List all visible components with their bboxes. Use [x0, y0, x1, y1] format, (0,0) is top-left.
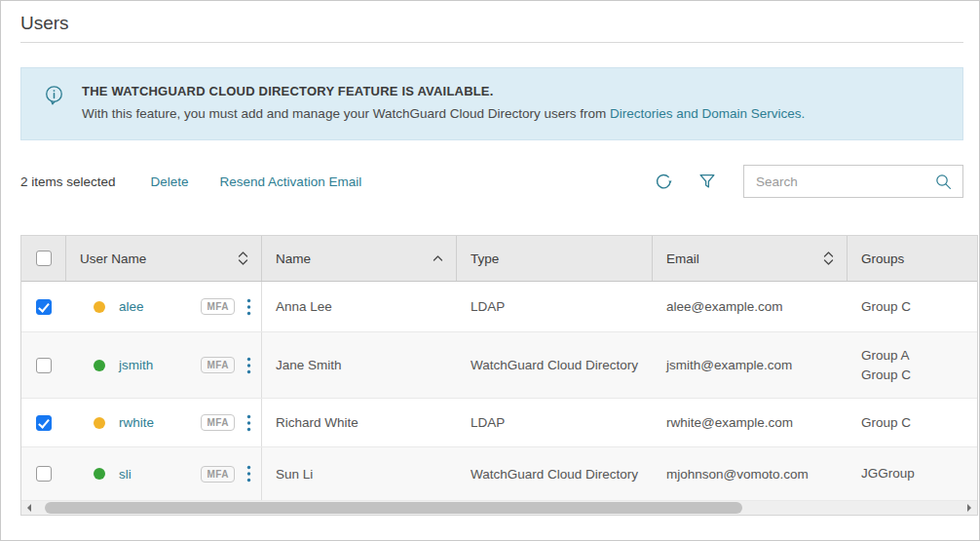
group-label: Group C	[861, 297, 911, 317]
kebab-menu-icon[interactable]	[246, 357, 251, 374]
username-link[interactable]: alee	[119, 299, 144, 314]
email-cell: jsmith@example.com	[653, 332, 848, 398]
column-header-email[interactable]: Email	[653, 236, 848, 281]
type-cell: WatchGuard Cloud Directory	[457, 332, 653, 398]
username-link[interactable]: rwhite	[119, 415, 154, 430]
sort-both-icon[interactable]	[237, 250, 249, 267]
column-header-username[interactable]: User Name	[66, 236, 262, 281]
column-header-type-label: Type	[471, 251, 499, 266]
row-checkbox[interactable]	[36, 466, 52, 482]
sort-both-icon[interactable]	[822, 250, 835, 267]
type-cell: LDAP	[457, 399, 653, 446]
refresh-icon[interactable]	[653, 171, 675, 193]
horizontal-scrollbar[interactable]	[21, 501, 977, 515]
toolbar: 2 items selected Delete Resend Activatio…	[20, 165, 963, 198]
column-header-type[interactable]: Type	[457, 236, 653, 281]
table-row: sli MFA Sun Li WatchGuard Cloud Director…	[21, 447, 977, 501]
group-label: Group A	[861, 346, 911, 366]
scroll-left-arrow[interactable]	[21, 501, 37, 515]
table-scroll-viewport: User Name Name	[21, 236, 977, 501]
mfa-badge: MFA	[201, 298, 235, 315]
row-checkbox[interactable]	[36, 415, 52, 431]
username-cell: jsmith MFA	[66, 332, 262, 398]
groups-cell: Group C	[848, 399, 977, 446]
column-header-name-label: Name	[276, 251, 311, 266]
selection-status: 2 items selected	[20, 174, 116, 189]
email-cell: rwhite@example.com	[653, 399, 848, 446]
row-checkbox-cell	[21, 399, 66, 446]
table-row: rwhite MFA Richard White LDAP rwhite@exa…	[21, 399, 977, 447]
kebab-menu-icon[interactable]	[246, 298, 251, 316]
name-cell: Anna Lee	[262, 282, 457, 331]
select-all-checkbox-cell	[21, 236, 66, 281]
group-label: JGGroup	[861, 464, 915, 483]
filter-icon[interactable]	[697, 171, 718, 192]
row-checkbox-cell	[21, 447, 66, 500]
status-dot	[94, 360, 105, 371]
mfa-badge: MFA	[201, 466, 235, 483]
name-cell: Jane Smith	[262, 332, 457, 398]
scrollbar-thumb[interactable]	[45, 502, 742, 514]
resend-activation-email-button[interactable]: Resend Activation Email	[220, 174, 362, 189]
table-header-row: User Name Name	[21, 236, 977, 282]
column-header-groups-label: Groups	[861, 251, 904, 266]
email-cell: alee@example.com	[653, 282, 848, 331]
username-link[interactable]: jsmith	[119, 358, 153, 372]
table-body: alee MFA Anna Lee LDAP alee@example.com …	[21, 282, 977, 501]
username-cell: alee MFA	[66, 282, 262, 331]
search-box	[743, 165, 963, 198]
status-dot	[94, 468, 105, 480]
group-label: Group C	[861, 366, 911, 385]
group-label: Group C	[861, 413, 911, 433]
column-header-username-label: User Name	[80, 251, 146, 266]
type-cell: LDAP	[457, 282, 653, 331]
email-cell: mjohnson@vomoto.com	[653, 447, 848, 500]
search-input[interactable]	[756, 174, 934, 189]
banner-text-body: With this feature, you must add and mana…	[82, 106, 610, 121]
info-icon	[43, 84, 65, 107]
directories-domain-services-link[interactable]: Directories and Domain Services.	[610, 106, 805, 121]
users-page: Users THE WATCHGUARD CLOUD DIRECTORY FEA…	[0, 0, 980, 541]
page-title: Users	[20, 13, 963, 43]
username-link[interactable]: sli	[119, 467, 132, 482]
column-header-email-label: Email	[666, 251, 699, 266]
delete-button[interactable]: Delete	[151, 174, 189, 189]
banner-title: THE WATCHGUARD CLOUD DIRECTORY FEATURE I…	[82, 83, 805, 99]
groups-cell: JGGroup	[848, 447, 977, 500]
row-checkbox-cell	[21, 282, 66, 331]
name-cell: Sun Li	[262, 447, 457, 500]
scroll-right-arrow[interactable]	[961, 501, 977, 515]
kebab-menu-icon[interactable]	[246, 414, 251, 432]
mfa-badge: MFA	[201, 357, 235, 373]
select-all-checkbox[interactable]	[36, 251, 52, 266]
username-cell: sli MFA	[66, 447, 262, 500]
name-cell: Richard White	[262, 399, 457, 446]
users-table: User Name Name	[20, 235, 978, 516]
mfa-badge: MFA	[201, 414, 235, 431]
groups-cell: Group C	[848, 282, 977, 331]
username-cell: rwhite MFA	[66, 399, 262, 446]
table-row: jsmith MFA Jane Smith WatchGuard Cloud D…	[21, 332, 977, 399]
groups-cell: Group AGroup C	[848, 332, 977, 398]
scrollbar-track[interactable]	[37, 501, 961, 515]
type-cell: WatchGuard Cloud Directory	[457, 447, 653, 500]
status-dot	[94, 301, 105, 313]
row-checkbox[interactable]	[36, 358, 52, 373]
banner-text: With this feature, you must add and mana…	[82, 105, 805, 123]
column-header-groups[interactable]: Groups	[848, 236, 977, 281]
kebab-menu-icon[interactable]	[246, 465, 251, 483]
row-checkbox[interactable]	[36, 299, 52, 315]
search-icon[interactable]	[934, 173, 953, 191]
sort-asc-icon[interactable]	[432, 250, 444, 267]
info-banner: THE WATCHGUARD CLOUD DIRECTORY FEATURE I…	[20, 67, 963, 140]
column-header-name[interactable]: Name	[262, 236, 457, 281]
table-row: alee MFA Anna Lee LDAP alee@example.com …	[21, 282, 977, 332]
status-dot	[94, 417, 105, 429]
row-checkbox-cell	[21, 332, 66, 398]
